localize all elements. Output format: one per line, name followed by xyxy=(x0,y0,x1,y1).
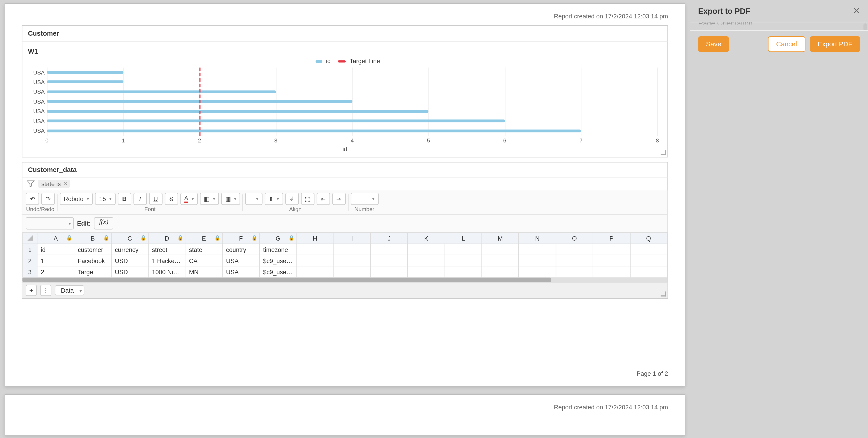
cell[interactable] xyxy=(445,255,482,266)
column-header[interactable]: H xyxy=(297,232,334,244)
cell[interactable] xyxy=(630,255,667,266)
cell[interactable] xyxy=(334,244,371,255)
font-select[interactable]: Roboto▾ xyxy=(60,193,93,205)
cell[interactable] xyxy=(519,266,556,277)
cell[interactable] xyxy=(519,255,556,266)
borders-button[interactable]: ▦▾ xyxy=(221,193,240,205)
cell[interactable] xyxy=(482,266,519,277)
row-header[interactable]: 1 xyxy=(23,244,37,255)
cell[interactable]: CA xyxy=(185,255,222,266)
cell[interactable] xyxy=(482,244,519,255)
bold-button[interactable]: B xyxy=(118,193,131,205)
merge-button[interactable]: ⬚ xyxy=(301,193,314,205)
cell[interactable]: USD xyxy=(111,255,148,266)
resize-handle-icon[interactable] xyxy=(661,291,666,297)
italic-button[interactable]: I xyxy=(133,193,147,205)
spreadsheet-grid[interactable]: A🔒B🔒C🔒D🔒E🔒F🔒G🔒HIJKLMNOPQ1idcustomercurre… xyxy=(22,232,668,278)
cell[interactable]: USD xyxy=(111,266,148,277)
cell-name-box[interactable]: ▾ xyxy=(26,217,73,229)
undo-button[interactable]: ↶ xyxy=(26,193,39,205)
column-header[interactable]: B🔒 xyxy=(74,232,111,244)
cell[interactable] xyxy=(297,266,334,277)
column-header[interactable]: I xyxy=(334,232,371,244)
valign-button[interactable]: ⬍▾ xyxy=(265,193,283,205)
column-header[interactable]: D🔒 xyxy=(148,232,185,244)
cell[interactable] xyxy=(371,244,408,255)
save-button[interactable]: Save xyxy=(698,36,729,52)
indent-dec-button[interactable]: ⇤ xyxy=(316,193,330,205)
column-header[interactable]: P xyxy=(593,232,630,244)
halign-button[interactable]: ≡▾ xyxy=(245,193,262,205)
fx-button[interactable]: f(x) xyxy=(94,217,113,229)
cell[interactable]: currency xyxy=(111,244,148,255)
cell[interactable]: street xyxy=(148,244,185,255)
cell[interactable] xyxy=(630,244,667,255)
column-header[interactable]: K xyxy=(408,232,445,244)
cell[interactable] xyxy=(593,244,630,255)
cell[interactable]: customer xyxy=(74,244,111,255)
close-icon[interactable]: ✕ xyxy=(64,181,68,187)
cell[interactable]: USA xyxy=(222,266,259,277)
cell[interactable] xyxy=(408,255,445,266)
column-header[interactable]: C🔒 xyxy=(111,232,148,244)
column-header[interactable]: A🔒 xyxy=(37,232,74,244)
cell[interactable] xyxy=(445,244,482,255)
fillcolor-button[interactable]: ◧▾ xyxy=(200,193,219,205)
cell[interactable]: timezone xyxy=(259,244,297,255)
sheet-menu-button[interactable]: ⋮ xyxy=(40,285,51,296)
row-header[interactable]: 2 xyxy=(23,255,37,266)
cell[interactable] xyxy=(630,266,667,277)
select-all-corner[interactable] xyxy=(23,232,37,244)
cell[interactable]: 1 xyxy=(37,255,74,266)
wrap-button[interactable]: ↲ xyxy=(285,193,299,205)
cell[interactable]: Target xyxy=(74,266,111,277)
column-header[interactable]: G🔒 xyxy=(259,232,297,244)
resize-handle-icon[interactable] xyxy=(661,150,666,156)
cell[interactable] xyxy=(556,266,593,277)
cell[interactable]: 2 xyxy=(37,266,74,277)
strike-button[interactable]: S xyxy=(164,193,178,205)
cell[interactable] xyxy=(334,255,371,266)
cell[interactable]: country xyxy=(222,244,259,255)
row-header[interactable]: 3 xyxy=(23,266,37,277)
number-format-select[interactable]: ▾ xyxy=(350,193,378,205)
column-header[interactable]: F🔒 xyxy=(222,232,259,244)
cell[interactable] xyxy=(408,244,445,255)
cell[interactable] xyxy=(556,255,593,266)
cell[interactable] xyxy=(297,244,334,255)
cell[interactable]: $c9_user_... xyxy=(259,266,297,277)
cell[interactable] xyxy=(593,255,630,266)
cell[interactable]: MN xyxy=(185,266,222,277)
cell[interactable] xyxy=(334,266,371,277)
cell[interactable] xyxy=(593,266,630,277)
horizontal-scrollbar[interactable] xyxy=(22,278,668,282)
indent-inc-button[interactable]: ⇥ xyxy=(332,193,345,205)
column-header[interactable]: E🔒 xyxy=(185,232,222,244)
panel-scrollbar[interactable] xyxy=(864,23,867,29)
cell[interactable] xyxy=(519,244,556,255)
cell[interactable]: 1000 Nico... xyxy=(148,266,185,277)
cell[interactable] xyxy=(445,266,482,277)
cell[interactable] xyxy=(556,244,593,255)
formula-input[interactable] xyxy=(117,217,664,229)
cell[interactable] xyxy=(408,266,445,277)
filter-chip-state[interactable]: state is ✕ xyxy=(38,180,70,187)
cell[interactable]: USA xyxy=(222,255,259,266)
cell[interactable]: id xyxy=(37,244,74,255)
sheet-tab-data[interactable]: Data ▾ xyxy=(55,285,85,295)
cell[interactable] xyxy=(297,255,334,266)
underline-button[interactable]: U xyxy=(149,193,162,205)
column-header[interactable]: L xyxy=(445,232,482,244)
cancel-button[interactable]: Cancel xyxy=(768,36,806,52)
cell[interactable] xyxy=(371,266,408,277)
add-sheet-button[interactable]: ＋ xyxy=(26,285,37,296)
cell[interactable]: state xyxy=(185,244,222,255)
cell[interactable]: Facebook xyxy=(74,255,111,266)
column-header[interactable]: J xyxy=(371,232,408,244)
cell[interactable] xyxy=(371,255,408,266)
column-header[interactable]: M xyxy=(482,232,519,244)
close-panel-button[interactable]: ✕ xyxy=(853,6,860,17)
redo-button[interactable]: ↷ xyxy=(41,193,55,205)
column-header[interactable]: Q xyxy=(630,232,667,244)
export-pdf-button[interactable]: Export PDF xyxy=(810,36,860,52)
